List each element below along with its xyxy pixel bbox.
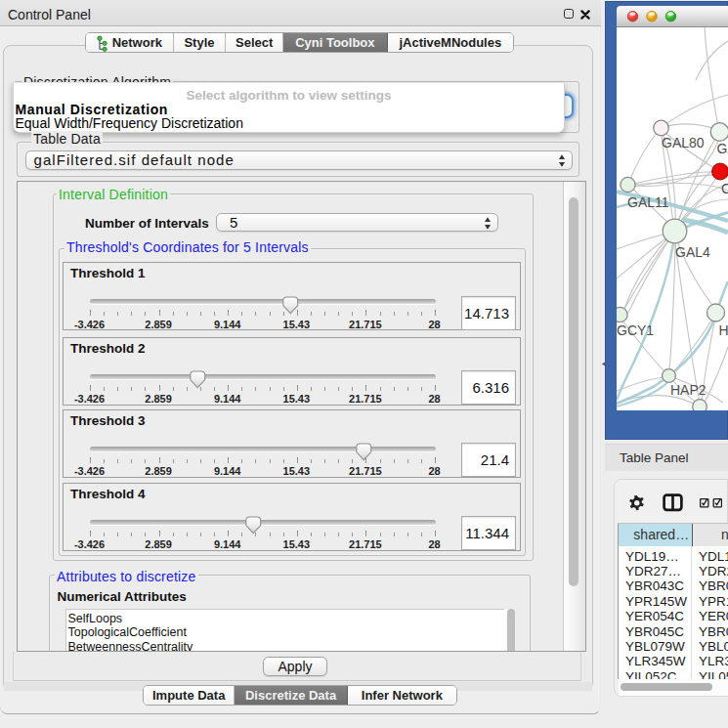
svg-text:GAL11: GAL11	[627, 194, 669, 210]
svg-text:GCY1: GCY1	[617, 322, 654, 338]
svg-text:HAP2: HAP2	[670, 382, 707, 398]
svg-text:H: H	[719, 322, 728, 338]
svg-text:GAL4: GAL4	[675, 244, 710, 260]
svg-text:GA: GA	[717, 141, 728, 156]
svg-text:GAL80: GAL80	[662, 135, 705, 150]
svg-text:C: C	[721, 181, 728, 196]
